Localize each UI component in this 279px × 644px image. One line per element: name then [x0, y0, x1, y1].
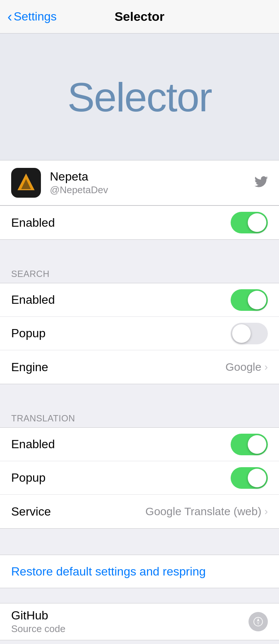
compass-icon: [248, 612, 268, 631]
search-engine-label: Engine: [11, 360, 48, 374]
developer-row[interactable]: Nepeta @NepetaDev: [0, 160, 279, 205]
translation-popup-toggle[interactable]: [231, 467, 268, 489]
developer-handle: @NepetaDev: [50, 184, 246, 196]
small-spacer: [0, 547, 279, 555]
search-settings-group: Enabled Popup Engine Google ›: [0, 283, 279, 384]
translation-popup-row: Popup: [0, 461, 279, 495]
github-title: GitHub: [11, 609, 65, 622]
developer-name: Nepeta: [50, 170, 246, 184]
search-spacer: [0, 240, 279, 258]
main-enabled-toggle[interactable]: [231, 212, 268, 233]
developer-avatar: [11, 168, 41, 198]
toggle-knob: [248, 291, 266, 309]
translation-enabled-row: Enabled: [0, 428, 279, 461]
translation-spacer: [0, 384, 279, 403]
toggle-knob: [248, 469, 266, 487]
hero-title: Selector: [67, 73, 212, 121]
github-info: GitHub Source code: [11, 609, 65, 635]
page-title: Selector: [115, 9, 164, 24]
page-bottom-spacer: [0, 640, 279, 644]
main-enabled-label: Enabled: [11, 216, 55, 230]
svg-marker-6: [257, 622, 260, 625]
main-enabled-group: Enabled: [0, 205, 279, 240]
hero-section: Selector: [0, 34, 279, 160]
svg-marker-5: [257, 618, 260, 622]
chevron-right-icon: ›: [264, 361, 268, 373]
search-enabled-label: Enabled: [11, 293, 55, 307]
search-popup-row: Popup: [0, 317, 279, 350]
github-group: GitHub Source code: [0, 603, 279, 640]
chevron-right-icon: ›: [264, 506, 268, 517]
search-enabled-toggle[interactable]: [231, 289, 268, 311]
restore-row[interactable]: Restore default settings and respring: [0, 555, 279, 588]
translation-service-value: Google Translate (web) ›: [145, 505, 268, 518]
github-row[interactable]: GitHub Source code: [0, 603, 279, 640]
translation-enabled-toggle[interactable]: [231, 434, 268, 455]
search-popup-toggle[interactable]: [231, 323, 268, 344]
github-subtitle: Source code: [11, 623, 65, 635]
toggle-knob: [232, 324, 251, 343]
search-enabled-row: Enabled: [0, 283, 279, 317]
translation-section-header: TRANSLATION: [0, 403, 279, 427]
translation-service-text: Google Translate (web): [145, 505, 262, 518]
navigation-bar: ‹ Settings Selector: [0, 0, 279, 34]
search-popup-label: Popup: [11, 326, 46, 340]
toggle-knob: [248, 435, 266, 454]
translation-popup-label: Popup: [11, 471, 46, 485]
translation-service-row[interactable]: Service Google Translate (web) ›: [0, 495, 279, 528]
search-engine-value: Google ›: [225, 361, 268, 373]
twitter-icon[interactable]: [254, 175, 268, 191]
translation-settings-group: Enabled Popup Service Google Translate (…: [0, 427, 279, 529]
bottom-spacer: [0, 529, 279, 547]
chevron-left-icon: ‹: [7, 10, 12, 24]
developer-info: Nepeta @NepetaDev: [50, 170, 246, 196]
back-button[interactable]: ‹ Settings: [7, 10, 57, 24]
search-engine-text: Google: [225, 361, 262, 373]
search-section-header: SEARCH: [0, 258, 279, 283]
translation-enabled-label: Enabled: [11, 437, 55, 451]
search-engine-row[interactable]: Engine Google ›: [0, 350, 279, 384]
back-label: Settings: [14, 10, 57, 23]
restore-label[interactable]: Restore default settings and respring: [11, 565, 206, 578]
main-enabled-row: Enabled: [0, 206, 279, 239]
translation-service-label: Service: [11, 505, 51, 519]
toggle-knob: [248, 213, 266, 232]
